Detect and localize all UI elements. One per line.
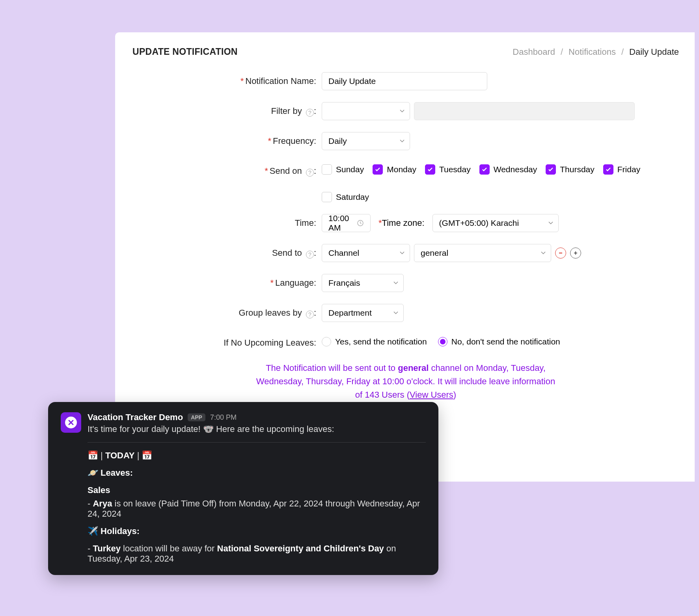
- page-title: UPDATE NOTIFICATION: [132, 47, 238, 57]
- breadcrumb-sep: /: [561, 47, 563, 57]
- clock-icon: [357, 220, 364, 227]
- help-icon[interactable]: ?: [306, 109, 314, 117]
- chevron-down-icon: [399, 250, 405, 256]
- breadcrumb-item-notifications[interactable]: Notifications: [569, 47, 616, 57]
- slack-intro: It's time for your daily update! 🐨 Here …: [88, 424, 426, 434]
- label-language: *Language:: [132, 274, 322, 288]
- notification-summary: The Notification will be sent out to gen…: [256, 361, 555, 402]
- filter-by-select[interactable]: [322, 102, 410, 120]
- label-name: *Notification Name:: [132, 72, 322, 86]
- window-header: UPDATE NOTIFICATION Dashboard / Notifica…: [132, 47, 679, 57]
- day-thursday[interactable]: Thursday: [546, 164, 595, 175]
- slack-app-name: Vacation Tracker Demo: [88, 412, 183, 422]
- slack-preview-card: Vacation Tracker Demo APP 7:00 PM It's t…: [48, 402, 438, 575]
- breadcrumb-sep: /: [621, 47, 624, 57]
- frequency-value: Daily: [328, 136, 347, 146]
- group-by-select[interactable]: Department: [322, 304, 404, 322]
- slack-leave-item: - Arya is on leave (Paid Time Off) from …: [88, 499, 426, 519]
- slack-holidays-header: ✈️ Holidays:: [88, 526, 426, 536]
- label-timezone: *Time zone:: [378, 218, 425, 228]
- language-select[interactable]: Français: [322, 274, 404, 292]
- radio-no-dont-send[interactable]: No, don't send the notification: [438, 337, 560, 346]
- send-to-target-select[interactable]: general: [414, 244, 551, 262]
- notification-name-value: Daily Update: [328, 76, 376, 86]
- chevron-down-icon: [399, 138, 405, 144]
- help-icon[interactable]: ?: [306, 169, 314, 177]
- time-input[interactable]: 10:00 AM: [322, 214, 371, 232]
- day-wednesday[interactable]: Wednesday: [479, 164, 537, 175]
- divider: [88, 442, 426, 443]
- breadcrumb-current: Daily Update: [629, 47, 679, 57]
- radio-yes-send[interactable]: Yes, send the notification: [322, 337, 427, 346]
- label-filter: Filter by ?:: [132, 102, 322, 117]
- slack-leaves-header: 🪐 Leaves:: [88, 468, 426, 478]
- day-saturday[interactable]: Saturday: [322, 192, 369, 202]
- breadcrumb: Dashboard / Notifications / Daily Update: [513, 47, 679, 57]
- help-icon[interactable]: ?: [306, 251, 314, 259]
- notification-form: *Notification Name: Daily Update Filter …: [132, 72, 679, 402]
- chevron-down-icon: [548, 220, 554, 226]
- label-noupcoming: If No Upcoming Leaves:: [132, 334, 322, 348]
- label-time: Time:: [132, 214, 322, 228]
- slack-time: 7:00 PM: [210, 413, 237, 422]
- chevron-down-icon: [541, 250, 546, 256]
- frequency-select[interactable]: Daily: [322, 132, 410, 150]
- label-groupby: Group leaves by ?:: [132, 304, 322, 318]
- chevron-down-icon: [393, 280, 399, 286]
- filter-value-disabled: [414, 102, 635, 120]
- time-value: 10:00 AM: [328, 214, 357, 233]
- notification-name-input[interactable]: Daily Update: [322, 72, 487, 90]
- day-friday[interactable]: Friday: [603, 164, 640, 175]
- add-recipient-button[interactable]: [570, 248, 581, 259]
- label-frequency: *Frequency:: [132, 132, 322, 146]
- day-tuesday[interactable]: Tuesday: [425, 164, 471, 175]
- slack-department: Sales: [88, 485, 426, 495]
- chevron-down-icon: [399, 108, 405, 114]
- slack-holiday-item: - Turkey location will be away for Natio…: [88, 543, 426, 564]
- day-sunday[interactable]: Sunday: [322, 164, 364, 175]
- send-to-type-select[interactable]: Channel: [322, 244, 410, 262]
- help-icon[interactable]: ?: [306, 311, 314, 318]
- timezone-select[interactable]: (GMT+05:00) Karachi: [432, 214, 559, 232]
- chevron-down-icon: [393, 310, 399, 316]
- slack-app-tag: APP: [188, 413, 205, 421]
- view-users-link[interactable]: View Users: [410, 390, 453, 400]
- breadcrumb-item-dashboard[interactable]: Dashboard: [513, 47, 555, 57]
- app-avatar-icon: [61, 412, 81, 433]
- timezone-value: (GMT+05:00) Karachi: [439, 218, 519, 228]
- day-monday[interactable]: Monday: [373, 164, 416, 175]
- label-sendon: *Send on ?:: [132, 162, 322, 177]
- slack-today-header: 📅 | TODAY | 📅: [88, 450, 426, 461]
- label-sendto: Send to ?:: [132, 244, 322, 259]
- remove-recipient-button[interactable]: [555, 248, 566, 259]
